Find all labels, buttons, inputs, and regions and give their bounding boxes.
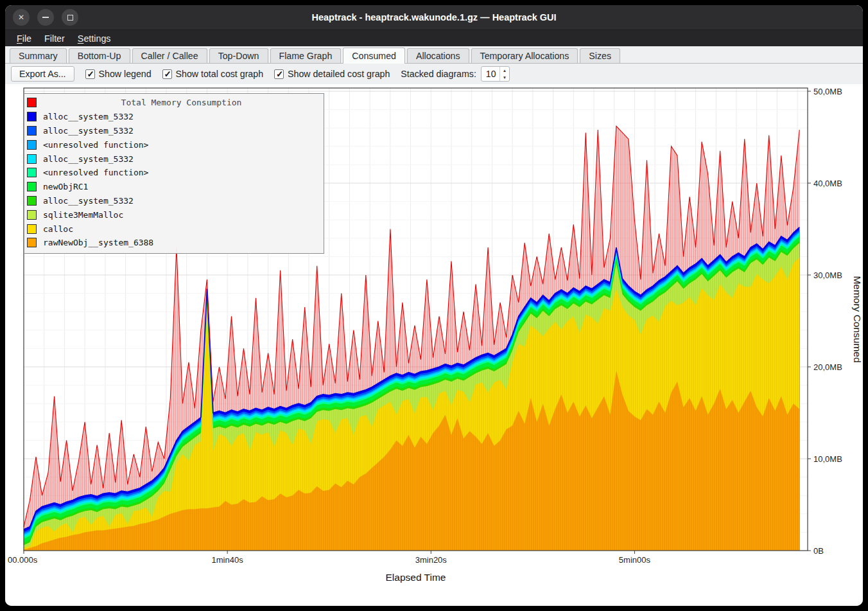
stacked-diagrams-value: 10 xyxy=(482,67,499,81)
stacked-diagrams-group: Stacked diagrams: 10 ▲ ▼ xyxy=(401,66,510,82)
tab-bottom-up[interactable]: Bottom-Up xyxy=(69,48,130,63)
legend-swatch-icon xyxy=(27,238,37,247)
legend-swatch-icon xyxy=(27,112,37,121)
menubar: FileFilterSettings xyxy=(5,30,863,46)
tab-allocations[interactable]: Allocations xyxy=(407,48,469,63)
checkbox-icon xyxy=(274,69,284,79)
app-window: ✕ Heaptrack - heaptrack.wakunode.1.gz — … xyxy=(5,5,863,606)
spin-down-icon[interactable]: ▼ xyxy=(500,74,509,81)
checkbox-show-total-cost-graph[interactable]: Show total cost graph xyxy=(162,69,263,79)
tab-temporary-allocations[interactable]: Temporary Allocations xyxy=(471,48,578,63)
chart-legend: Total Memory Consumptionalloc__system_53… xyxy=(24,93,324,254)
legend-item: <unresolved function> xyxy=(27,137,320,152)
tab-flame-graph[interactable]: Flame Graph xyxy=(270,48,342,63)
close-icon: ✕ xyxy=(18,13,24,21)
window-title: Heaptrack - heaptrack.wakunode.1.gz — He… xyxy=(5,5,863,30)
legend-swatch-icon xyxy=(27,182,37,191)
stacked-diagrams-spinbox[interactable]: 10 ▲ ▼ xyxy=(481,66,510,82)
tab-sizes[interactable]: Sizes xyxy=(580,48,620,63)
spinbox-buttons: ▲ ▼ xyxy=(499,67,509,81)
svg-text:30,0MB: 30,0MB xyxy=(813,270,842,280)
svg-text:00.000s: 00.000s xyxy=(8,555,38,565)
legend-label: alloc__system_5332 xyxy=(43,154,134,164)
checkbox-icon xyxy=(162,69,172,79)
legend-label: newObjRC1 xyxy=(43,182,88,191)
tab-top-down[interactable]: Top-Down xyxy=(209,48,268,63)
svg-text:3min20s: 3min20s xyxy=(415,555,447,565)
tab-caller-callee[interactable]: Caller / Callee xyxy=(132,48,207,63)
screen: ✕ Heaptrack - heaptrack.wakunode.1.gz — … xyxy=(0,0,868,611)
checkbox-show-legend[interactable]: Show legend xyxy=(85,69,152,79)
toolbar-checkboxes: Show legendShow total cost graphShow det… xyxy=(85,69,390,79)
legend-item: alloc__system_5332 xyxy=(27,110,320,124)
menu-settings[interactable]: Settings xyxy=(71,32,117,45)
minimize-button[interactable] xyxy=(37,9,54,26)
svg-text:50,0MB: 50,0MB xyxy=(813,87,842,96)
legend-label: sqlite3MemMalloc xyxy=(43,210,123,220)
minimize-icon xyxy=(42,17,49,18)
legend-item: alloc__system_5332 xyxy=(27,152,320,166)
svg-text:5min00s: 5min00s xyxy=(619,555,651,565)
legend-item: calloc xyxy=(27,222,320,236)
chart-area: 0B10,0MB20,0MB30,0MB40,0MB50,0MB00.000s1… xyxy=(5,84,863,606)
titlebar: ✕ Heaptrack - heaptrack.wakunode.1.gz — … xyxy=(5,5,863,30)
legend-swatch-icon xyxy=(27,224,37,234)
legend-label: calloc xyxy=(43,224,73,234)
legend-label: alloc__system_5332 xyxy=(43,126,134,136)
svg-text:40,0MB: 40,0MB xyxy=(813,179,842,188)
legend-label: alloc__system_5332 xyxy=(43,196,134,206)
checkbox-label: Show total cost graph xyxy=(176,69,263,79)
legend-swatch-icon xyxy=(27,196,37,206)
menu-file[interactable]: File xyxy=(10,32,38,45)
legend-swatch-icon xyxy=(27,154,37,164)
svg-text:0B: 0B xyxy=(813,546,824,556)
legend-swatch-icon xyxy=(27,98,37,107)
legend-label: <unresolved function> xyxy=(43,140,148,150)
close-button[interactable]: ✕ xyxy=(13,9,30,26)
legend-swatch-icon xyxy=(27,168,37,177)
legend-label: Total Memory Consumption xyxy=(43,98,320,107)
legend-swatch-icon xyxy=(27,126,37,136)
checkbox-show-detailed-cost-graph[interactable]: Show detailed cost graph xyxy=(274,69,390,79)
checkbox-label: Show legend xyxy=(99,69,152,79)
legend-item: rawNewObj__system_6388 xyxy=(27,236,320,250)
svg-text:Elapsed Time: Elapsed Time xyxy=(386,572,446,583)
legend-item: sqlite3MemMalloc xyxy=(27,208,320,222)
svg-text:1min40s: 1min40s xyxy=(212,555,244,565)
spin-up-icon[interactable]: ▲ xyxy=(500,67,509,74)
legend-item: alloc__system_5332 xyxy=(27,194,320,208)
legend-title-row: Total Memory Consumption xyxy=(27,96,320,110)
checkbox-label: Show detailed cost graph xyxy=(288,69,390,79)
legend-item: alloc__system_5332 xyxy=(27,124,320,138)
window-controls: ✕ xyxy=(13,9,78,26)
maximize-button[interactable] xyxy=(62,9,78,26)
legend-swatch-icon xyxy=(27,210,37,220)
legend-swatch-icon xyxy=(27,140,37,150)
legend-label: rawNewObj__system_6388 xyxy=(43,238,153,247)
legend-label: alloc__system_5332 xyxy=(43,112,134,121)
svg-text:10,0MB: 10,0MB xyxy=(813,454,842,464)
menu-filter[interactable]: Filter xyxy=(38,32,71,45)
legend-label: <unresolved function> xyxy=(43,168,148,177)
svg-text:20,0MB: 20,0MB xyxy=(813,362,842,372)
legend-item: newObjRC1 xyxy=(27,180,320,194)
toolbar: Export As... Show legendShow total cost … xyxy=(5,64,863,84)
legend-item: <unresolved function> xyxy=(27,166,320,180)
svg-text:Memory Consumed: Memory Consumed xyxy=(852,276,863,362)
stacked-diagrams-label: Stacked diagrams: xyxy=(401,69,476,79)
checkbox-icon xyxy=(85,69,95,79)
export-as-button[interactable]: Export As... xyxy=(11,66,74,82)
tab-consumed[interactable]: Consumed xyxy=(343,48,405,64)
tab-bar: SummaryBottom-UpCaller / CalleeTop-DownF… xyxy=(5,46,863,64)
maximize-icon xyxy=(67,15,73,21)
tab-summary[interactable]: Summary xyxy=(10,48,67,63)
